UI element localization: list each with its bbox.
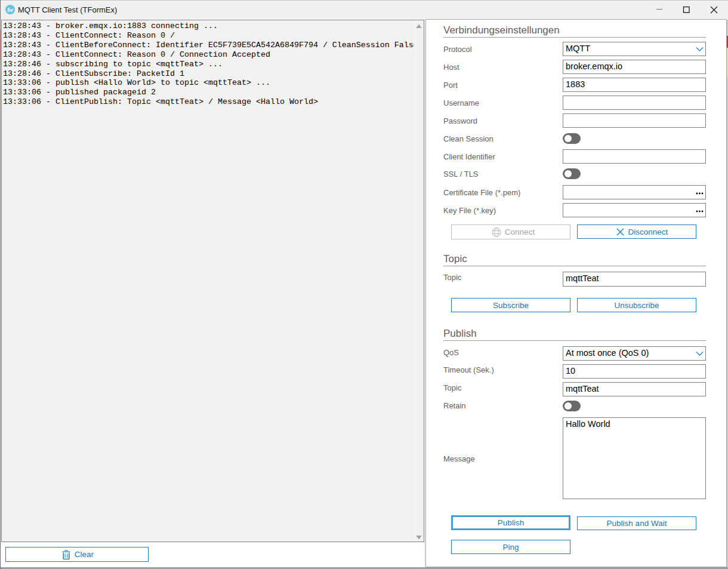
svg-text:be: be: [7, 7, 13, 13]
